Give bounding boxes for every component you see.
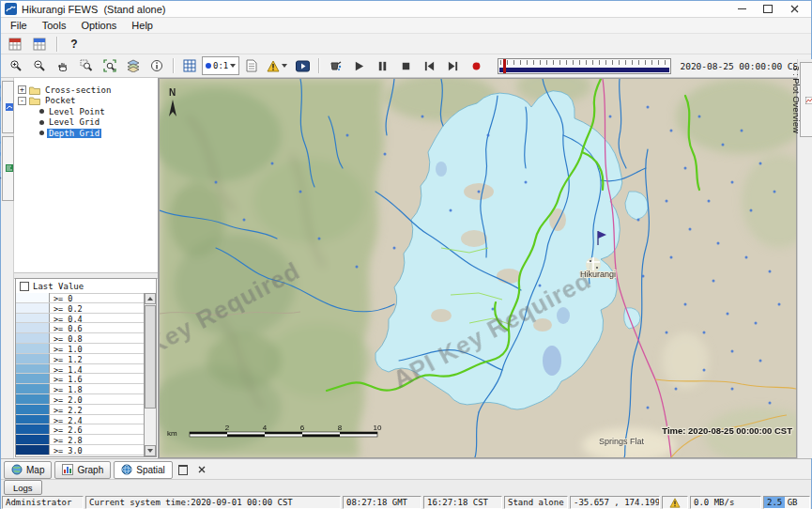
menu-help[interactable]: Help	[124, 19, 161, 32]
status-gmt-time: 08:27:18 GMT	[343, 496, 421, 509]
tree-item-cross-section[interactable]: + Cross-section	[14, 85, 158, 96]
legend-swatch	[16, 394, 50, 404]
step-back-button[interactable]	[418, 55, 440, 76]
map-canvas[interactable]: API Key Required API Key Required Hikura…	[159, 78, 797, 458]
zoom-box-button[interactable]	[75, 55, 98, 76]
tab-data-viewer[interactable]: 6 : Data Viewer	[2, 136, 14, 201]
pan-button[interactable]	[52, 55, 74, 76]
info-button[interactable]	[146, 55, 168, 76]
tab-spatial[interactable]: Spatial	[114, 461, 173, 479]
legend-row[interactable]: >= 1.4	[16, 364, 144, 375]
chart-icon	[62, 464, 73, 475]
tab-graph[interactable]: Graph	[54, 461, 111, 479]
legend-row[interactable]: >= 1.2	[16, 354, 144, 364]
legend-row[interactable]: >= 2.8	[16, 435, 144, 445]
menu-tools[interactable]: Tools	[35, 19, 74, 32]
menu-options[interactable]: Options	[73, 19, 124, 32]
time-slider-thumb[interactable]	[503, 59, 506, 73]
red-table-button[interactable]	[4, 34, 26, 54]
step-forward-button[interactable]	[441, 55, 464, 76]
close-panel-button[interactable]	[194, 462, 210, 478]
tree-item-level-grid[interactable]: Level Grid	[14, 117, 158, 129]
tab-graph-label: Graph	[77, 465, 103, 475]
legend-swatch	[16, 354, 50, 363]
report-button[interactable]	[240, 55, 263, 76]
legend-swatch	[16, 415, 50, 424]
logs-button[interactable]: Logs	[4, 480, 42, 495]
red-table-icon	[8, 38, 22, 51]
legend-header-label: Last Value	[33, 282, 84, 291]
float-icon	[178, 465, 188, 475]
info-icon	[150, 59, 163, 72]
legend-row[interactable]: >= 3.0	[16, 445, 144, 455]
tab-forecast[interactable]: 5 : Forecast	[2, 81, 14, 133]
legend-row[interactable]: >= 1.8	[16, 384, 144, 394]
maximize-button[interactable]	[755, 1, 781, 17]
legend-header: Last Value	[16, 279, 156, 294]
legend-row[interactable]: >= 1.6	[16, 374, 144, 384]
grid-display-button[interactable]	[178, 55, 201, 76]
legend-label: >= 3.0	[50, 445, 83, 455]
warning-icon	[267, 60, 280, 72]
legend-row[interactable]: >= 2.2	[16, 405, 144, 415]
zoom-extent-button[interactable]	[99, 55, 121, 76]
map-time-label: Time: 2020-08-25 00:00:00 CST	[662, 425, 792, 436]
zoom-in-button[interactable]	[5, 55, 27, 76]
last-value-checkbox[interactable]	[20, 282, 29, 291]
window-controls	[728, 1, 807, 17]
time-step-value: 0:1	[213, 61, 228, 70]
step-back-icon	[423, 60, 436, 72]
legend-row[interactable]: >= 0.2	[16, 303, 144, 314]
legend-row[interactable]: >= 0.6	[16, 323, 144, 333]
time-slider-band	[499, 68, 669, 72]
record-button[interactable]	[465, 55, 487, 76]
legend-row[interactable]: >= 2.4	[16, 415, 144, 425]
tree-item-depth-grid[interactable]: Depth Grid	[14, 128, 158, 139]
layers-button[interactable]	[122, 55, 145, 76]
play-button[interactable]	[347, 55, 370, 76]
legend-row[interactable]: >= 2.6	[16, 424, 144, 435]
scroll-thumb[interactable]	[145, 305, 156, 409]
zoom-out-button[interactable]	[28, 55, 51, 76]
svg-text:8: 8	[338, 424, 343, 432]
stop-button[interactable]	[394, 55, 417, 76]
layer-tree: + Cross-section - Pocket Level Point Lev…	[14, 78, 158, 273]
expand-icon[interactable]: +	[18, 85, 26, 94]
menu-file[interactable]: File	[3, 19, 35, 32]
tree-item-pocket[interactable]: - Pocket	[14, 96, 158, 107]
collapse-icon[interactable]: -	[18, 97, 26, 105]
tab-map-label: Map	[26, 465, 44, 475]
legend-label: >= 2.2	[50, 405, 83, 414]
legend-row[interactable]: >= 1.0	[16, 344, 144, 354]
tree-item-level-point[interactable]: Level Point	[14, 106, 158, 117]
time-slider[interactable]	[498, 58, 671, 74]
legend-row[interactable]: >= 0.8	[16, 333, 144, 344]
legend-row[interactable]: >= 0.4	[16, 314, 144, 324]
scroll-up-icon[interactable]	[145, 293, 156, 304]
export-animation-button[interactable]	[324, 55, 346, 76]
blue-table-button[interactable]	[28, 34, 51, 54]
time-step-dropdown[interactable]: 0:1	[202, 56, 239, 75]
status-memory: 2.5 GB	[763, 496, 810, 509]
tab-plot-overview[interactable]: 3 : Plot Overview	[800, 62, 812, 137]
legend-scrollbar[interactable]	[144, 293, 156, 456]
float-panel-button[interactable]	[176, 462, 192, 478]
status-bar: Administrator Current system time:2020-0…	[1, 495, 811, 509]
pause-button[interactable]	[371, 55, 393, 76]
legend-row[interactable]: >= 0	[16, 293, 144, 303]
help-button[interactable]: ?	[63, 34, 85, 54]
minimize-button[interactable]	[728, 1, 755, 17]
legend-row[interactable]: >= 2.0	[16, 394, 144, 405]
tab-map[interactable]: Map	[4, 461, 52, 479]
thresholds-dropdown[interactable]	[264, 55, 290, 76]
close-button[interactable]	[781, 1, 807, 17]
status-warning-cell[interactable]	[662, 496, 688, 509]
legend-label: >= 0.8	[50, 333, 83, 343]
scroll-down-icon[interactable]	[145, 445, 156, 456]
tree-item-label: Level Point	[47, 107, 107, 116]
tree-item-label: Pocket	[43, 96, 78, 105]
animation-button[interactable]	[291, 55, 314, 76]
legend-label: >= 1.4	[50, 364, 83, 374]
folder-icon	[29, 85, 40, 95]
tree-item-label-selected: Depth Grid	[47, 129, 101, 138]
